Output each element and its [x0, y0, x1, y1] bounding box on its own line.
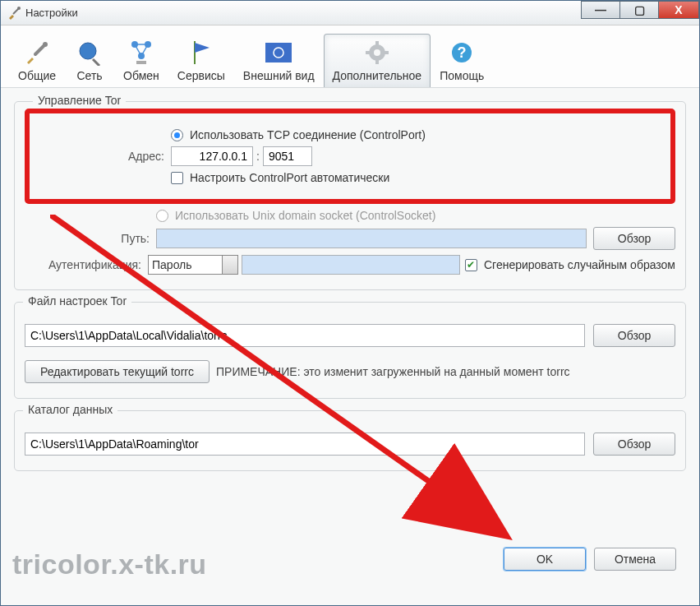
tab-label: Сервисы [177, 69, 225, 82]
torrc-group: Файл настроек Tor Обзор Редактировать те… [14, 302, 686, 399]
svg-point-0 [17, 7, 21, 10]
edit-torrc-button[interactable]: Редактировать текущий torrc [25, 360, 210, 383]
checkbox-auto-label: Настроить ControlPort автоматически [190, 171, 389, 184]
tab-label: Обмен [123, 69, 159, 82]
dialog-buttons: OK Отмена [504, 548, 676, 571]
svg-rect-13 [375, 59, 379, 64]
maximize-button[interactable]: ▢ [619, 1, 659, 19]
group-title: Файл настроек Tor [23, 294, 131, 308]
port-input[interactable] [263, 146, 312, 166]
toolbar: Общие Сеть Обмен Сервисы Внешний вид Доп… [1, 25, 699, 88]
app-icon [7, 7, 21, 20]
torrc-note: ПРИМЕЧАНИЕ: это изменит загруженный на д… [216, 365, 570, 378]
tab-network[interactable]: Сеть [65, 34, 114, 87]
radio-tcp-label: Использовать TCP соединение (ControlPort… [190, 128, 426, 141]
group-title: Управление Tor [33, 94, 126, 107]
tab-label: Помощь [440, 69, 484, 82]
settings-window: Настройки — ▢ X Общие Сеть Обмен Сервисы… [0, 0, 700, 606]
tab-help[interactable]: ? Помощь [431, 34, 493, 87]
row-edit-torrc: Редактировать текущий torrc ПРИМЕЧАНИЕ: … [25, 360, 675, 383]
tab-general[interactable]: Общие [9, 34, 65, 87]
window-buttons: — ▢ X [582, 1, 699, 19]
row-auth: Аутентификация: Пароль Сгенерировать слу… [25, 255, 675, 275]
tab-label: Общие [18, 69, 56, 82]
ok-button[interactable]: OK [504, 548, 586, 571]
data-dir-group: Каталог данных Обзор [14, 410, 686, 471]
tab-advanced[interactable]: Дополнительное [324, 34, 431, 87]
torrc-path-input[interactable] [25, 324, 585, 347]
flag-icon [177, 39, 225, 66]
address-label: Адрес: [39, 150, 171, 163]
gear-icon [333, 39, 422, 66]
auth-label: Аутентификация: [25, 258, 148, 271]
row-auto-controlport: Настроить ControlPort автоматически [39, 171, 661, 184]
svg-point-1 [43, 42, 48, 47]
help-icon: ? [440, 39, 484, 66]
checkbox-auto-controlport[interactable] [171, 172, 183, 184]
svg-point-11 [374, 49, 380, 56]
socket-browse-button: Обзор [593, 227, 675, 250]
window-title: Настройки [25, 7, 78, 19]
checkbox-random-label: Сгенерировать случайным образом [484, 258, 675, 271]
close-button[interactable]: X [658, 1, 699, 19]
radio-socket[interactable] [156, 210, 168, 222]
row-address: Адрес: : [39, 146, 661, 166]
tab-label: Внешний вид [243, 69, 315, 82]
radio-tcp[interactable] [171, 129, 183, 141]
torrc-browse-button[interactable]: Обзор [593, 324, 675, 347]
socket-path-input [156, 229, 587, 248]
checkbox-random[interactable] [465, 259, 477, 271]
path-label: Путь: [25, 232, 156, 245]
svg-rect-14 [366, 51, 371, 54]
titlebar[interactable]: Настройки — ▢ X [1, 1, 699, 25]
svg-rect-8 [265, 43, 292, 62]
content-area: Управление Tor Использовать TCP соединен… [1, 88, 699, 496]
tab-label: Дополнительное [333, 69, 422, 82]
svg-text:?: ? [458, 44, 467, 61]
watermark-text: tricolor.x-tk.ru [12, 548, 207, 581]
row-socket-path: Путь: Обзор [25, 227, 675, 250]
row-torrc-path: Обзор [25, 324, 675, 347]
tools-icon [18, 39, 56, 66]
address-input[interactable] [171, 146, 253, 166]
tab-appearance[interactable]: Внешний вид [234, 34, 324, 87]
svg-rect-7 [136, 61, 146, 64]
data-path-input[interactable] [25, 433, 585, 456]
tor-control-group: Управление Tor Использовать TCP соединен… [14, 101, 686, 290]
cancel-button[interactable]: Отмена [594, 548, 676, 571]
row-data-path: Обзор [25, 433, 675, 456]
tab-services[interactable]: Сервисы [168, 34, 234, 87]
tab-label: Сеть [74, 69, 105, 82]
auth-select-value: Пароль [152, 258, 192, 271]
globe-wrench-icon [74, 39, 105, 66]
highlight-box: Управление Tor Использовать TCP соединен… [25, 109, 675, 204]
address-colon: : [253, 150, 263, 163]
tab-sharing[interactable]: Обмен [114, 34, 168, 87]
svg-rect-12 [375, 41, 379, 46]
auth-select[interactable]: Пароль [148, 255, 238, 275]
svg-rect-15 [384, 51, 389, 54]
un-flag-icon [243, 39, 315, 66]
group-title: Каталог данных [23, 403, 117, 416]
auth-password-input[interactable] [242, 255, 460, 275]
row-tcp-radio: Использовать TCP соединение (ControlPort… [39, 128, 661, 141]
radio-socket-label: Использовать Unix domain socket (Control… [175, 209, 435, 222]
minimize-button[interactable]: — [581, 1, 620, 19]
data-browse-button[interactable]: Обзор [593, 433, 675, 456]
row-socket-radio: Использовать Unix domain socket (Control… [25, 209, 675, 222]
chevron-down-icon [227, 261, 233, 266]
network-nodes-icon [123, 39, 159, 66]
